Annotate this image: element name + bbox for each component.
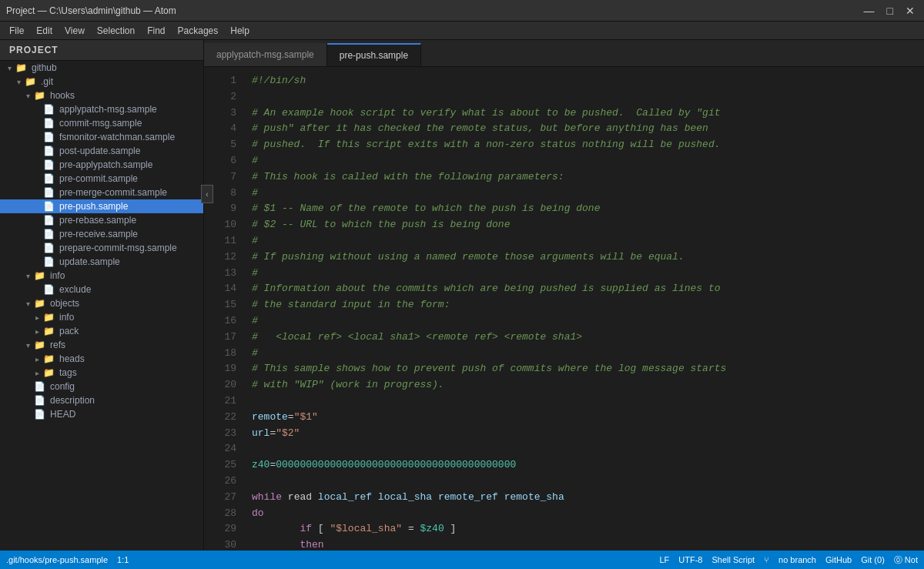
sidebar-item-description[interactable]: 📄description [0, 393, 203, 407]
line-number: 1 [204, 73, 236, 89]
code-line: # [252, 186, 924, 202]
code-line: # If pushing without using a named remot… [252, 249, 924, 266]
line-number: 9 [204, 201, 236, 217]
tree-item-label: pre-rebase.sample [58, 215, 136, 226]
line-number: 6 [204, 153, 236, 169]
line-number: 15 [204, 297, 236, 313]
sidebar-item-objects-info[interactable]: ▸📁info [0, 310, 203, 324]
file-icon: 📄 [34, 381, 45, 392]
menu-packages[interactable]: Packages [172, 24, 225, 38]
sidebar-item-pre-push-sample[interactable]: 📄pre-push.sample [0, 199, 203, 213]
sidebar-item-prepare-commit-msg-sample[interactable]: 📄prepare-commit-msg.sample [0, 241, 203, 255]
code-line: # [252, 153, 924, 169]
folder-icon: 📁 [15, 62, 27, 73]
code-content[interactable]: #!/bin/sh # An example hook script to ve… [243, 67, 924, 551]
close-button[interactable]: ✕ [902, 5, 918, 17]
line-number: 13 [204, 266, 236, 282]
statusbar-left: .git/hooks/pre-push.sample 1:1 [6, 555, 129, 564]
code-line: # Information about the commits which ar… [252, 281, 924, 297]
code-line: # An example hook script to verify what … [252, 105, 924, 122]
minimize-button[interactable]: — [861, 5, 878, 17]
tab-prepush[interactable]: pre-push.sample [327, 43, 421, 66]
line-number: 18 [204, 346, 236, 362]
chevron-icon: ▸ [31, 369, 43, 377]
file-icon: 📄 [43, 173, 55, 184]
line-number: 19 [204, 361, 236, 377]
sidebar-item-exclude[interactable]: 📄exclude [0, 283, 203, 296]
sidebar-item-commit-msg-sample[interactable]: 📄commit-msg.sample [0, 116, 203, 130]
sidebar-item-fsmonitor-watchman-sample[interactable]: 📄fsmonitor-watchman.sample [0, 130, 203, 144]
sidebar-item-update-sample[interactable]: 📄update.sample [0, 255, 203, 269]
line-number: 30 [204, 537, 236, 551]
menu-help[interactable]: Help [224, 24, 256, 38]
chevron-icon: ▸ [31, 313, 43, 322]
line-number: 10 [204, 217, 236, 233]
tree-item-label: refs [49, 340, 65, 350]
sidebar-item-pre-rebase-sample[interactable]: 📄pre-rebase.sample [0, 213, 203, 227]
status-github[interactable]: GitHub [825, 555, 852, 564]
sidebar-item-pre-applypatch-sample[interactable]: 📄pre-applypatch.sample [0, 158, 203, 172]
sidebar-item-config[interactable]: 📄config [0, 380, 203, 393]
status-lf[interactable]: LF [659, 555, 669, 564]
folder-icon: 📁 [43, 312, 55, 323]
sidebar-item-git[interactable]: ▾📁.git [0, 75, 203, 89]
menu-edit[interactable]: Edit [30, 24, 59, 38]
sidebar-item-pre-receive-sample[interactable]: 📄pre-receive.sample [0, 227, 203, 241]
tab-applypatch[interactable]: applypatch-msg.sample [204, 43, 327, 66]
status-cursor: 1:1 [117, 555, 129, 564]
tree-item-label: fsmonitor-watchman.sample [58, 132, 175, 142]
sidebar-item-post-update-sample[interactable]: 📄post-update.sample [0, 144, 203, 158]
code-line: # This sample shows how to prevent push … [252, 361, 924, 377]
folder-icon: 📁 [34, 90, 45, 101]
sidebar-item-applypatch-msg-sample[interactable]: 📄applypatch-msg.sample [0, 102, 203, 116]
code-line: while read local_ref local_sha remote_re… [252, 490, 924, 506]
sidebar-item-objects[interactable]: ▾📁objects [0, 296, 203, 310]
sidebar-item-pre-commit-sample[interactable]: 📄pre-commit.sample [0, 172, 203, 186]
tree-item-label: commit-msg.sample [58, 118, 142, 129]
sidebar-item-HEAD[interactable]: 📄HEAD [0, 407, 203, 421]
folder-icon: 📁 [34, 340, 45, 350]
line-number: 24 [204, 441, 236, 457]
menu-file[interactable]: File [3, 24, 30, 38]
sidebar-item-info[interactable]: ▾📁info [0, 269, 203, 283]
tree-item-label: objects [49, 298, 79, 309]
line-number: 21 [204, 393, 236, 410]
folder-icon: 📁 [25, 76, 36, 87]
line-number: 28 [204, 506, 236, 522]
tree-item-label: heads [58, 353, 85, 364]
maximize-button[interactable]: □ [884, 5, 896, 17]
sidebar-item-pack[interactable]: ▸📁pack [0, 324, 203, 338]
line-number: 26 [204, 474, 236, 490]
file-icon: 📄 [43, 243, 55, 253]
tab-prepush-label: pre-push.sample [340, 50, 408, 61]
file-icon: 📄 [43, 187, 55, 198]
sidebar-item-refs[interactable]: ▾📁refs [0, 338, 203, 352]
sidebar-item-hooks[interactable]: ▾📁hooks [0, 89, 203, 102]
file-icon: 📄 [34, 395, 45, 406]
status-grammar[interactable]: Shell Script [711, 555, 755, 564]
status-encoding[interactable]: UTF-8 [678, 555, 702, 564]
sidebar-collapse-button[interactable]: ‹ [201, 185, 213, 203]
editor-area: applypatch-msg.sample pre-push.sample 12… [204, 40, 924, 551]
sidebar-item-pre-merge-commit-sample[interactable]: 📄pre-merge-commit.sample [0, 186, 203, 199]
menu-selection[interactable]: Selection [91, 24, 141, 38]
menu-find[interactable]: Find [141, 24, 171, 38]
chevron-icon: ▾ [22, 272, 34, 280]
chevron-icon: ▾ [22, 300, 34, 308]
code-line: url="$2" [252, 426, 924, 442]
code-line: if [ "$local_sha" = $z40 ] [252, 521, 924, 537]
code-line: # push" after it has checked the remote … [252, 121, 924, 137]
code-line [252, 441, 924, 457]
menu-view[interactable]: View [59, 24, 91, 38]
sidebar-item-github[interactable]: ▾📁github [0, 61, 203, 75]
code-line: # $1 -- Name of the remote to which the … [252, 201, 924, 217]
folder-icon: 📁 [34, 298, 45, 309]
code-line: # [252, 233, 924, 249]
folder-icon: 📁 [34, 270, 45, 281]
chevron-icon: ▸ [31, 327, 43, 336]
sidebar-item-tags[interactable]: ▸📁tags [0, 366, 203, 380]
status-git[interactable]: Git (0) [861, 555, 885, 564]
file-icon: 📄 [43, 284, 55, 295]
line-number: 27 [204, 490, 236, 506]
sidebar-item-heads[interactable]: ▸📁heads [0, 352, 203, 366]
